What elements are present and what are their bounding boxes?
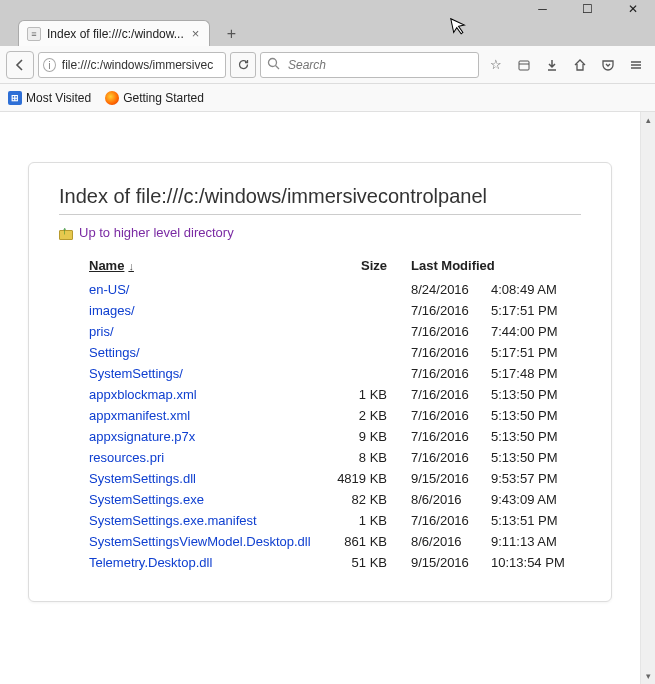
file-time: 5:17:51 PM (491, 342, 581, 363)
url-bar[interactable]: i (38, 52, 226, 78)
bookmark-label: Most Visited (26, 91, 91, 105)
table-row: resources.pri8 KB7/16/20165:13:50 PM (89, 447, 581, 468)
menu-icon[interactable] (623, 51, 649, 79)
minimize-button[interactable]: ─ (520, 0, 565, 18)
col-header-size[interactable]: Size (337, 254, 411, 279)
scroll-up-icon[interactable]: ▴ (641, 112, 655, 128)
search-bar[interactable] (260, 52, 479, 78)
file-link[interactable]: appxblockmap.xml (89, 387, 197, 402)
page-title: Index of file:///c:/windows/immersivecon… (59, 185, 581, 215)
file-size (337, 363, 411, 384)
file-size: 82 KB (337, 489, 411, 510)
new-tab-button[interactable]: + (218, 22, 244, 46)
file-link[interactable]: SystemSettings.exe (89, 492, 204, 507)
file-link[interactable]: SystemSettingsViewModel.Desktop.dll (89, 534, 311, 549)
file-date: 7/16/2016 (411, 363, 491, 384)
file-time: 7:44:00 PM (491, 321, 581, 342)
file-size: 1 KB (337, 510, 411, 531)
file-date: 7/16/2016 (411, 300, 491, 321)
home-icon[interactable] (567, 51, 593, 79)
scroll-down-icon[interactable]: ▾ (641, 668, 655, 684)
file-size: 861 KB (337, 531, 411, 552)
bookmark-most-visited[interactable]: ⊞ Most Visited (8, 91, 91, 105)
table-row: Settings/7/16/20165:17:51 PM (89, 342, 581, 363)
file-size (337, 342, 411, 363)
file-size: 1 KB (337, 384, 411, 405)
bookmark-getting-started[interactable]: Getting Started (105, 91, 204, 105)
table-row: SystemSettingsViewModel.Desktop.dll861 K… (89, 531, 581, 552)
file-size (337, 321, 411, 342)
file-size: 4819 KB (337, 468, 411, 489)
file-link[interactable]: Settings/ (89, 345, 140, 360)
bookmarks-bar: ⊞ Most Visited Getting Started (0, 84, 655, 112)
library-icon[interactable] (511, 51, 537, 79)
file-date: 8/6/2016 (411, 531, 491, 552)
tab-title: Index of file:///c:/window... (47, 27, 184, 41)
file-size: 8 KB (337, 447, 411, 468)
file-date: 7/16/2016 (411, 426, 491, 447)
file-link[interactable]: appxsignature.p7x (89, 429, 195, 444)
file-time: 5:17:48 PM (491, 363, 581, 384)
site-info-icon[interactable]: i (43, 58, 56, 72)
file-size: 9 KB (337, 426, 411, 447)
table-row: images/7/16/20165:17:51 PM (89, 300, 581, 321)
file-link[interactable]: appxmanifest.xml (89, 408, 190, 423)
table-row: SystemSettings/7/16/20165:17:48 PM (89, 363, 581, 384)
file-link[interactable]: pris/ (89, 324, 114, 339)
firefox-icon (105, 91, 119, 105)
table-row: pris/7/16/20167:44:00 PM (89, 321, 581, 342)
file-date: 7/16/2016 (411, 405, 491, 426)
svg-rect-2 (519, 61, 529, 70)
file-size (337, 300, 411, 321)
svg-line-1 (276, 65, 280, 69)
pocket-icon[interactable] (595, 51, 621, 79)
file-date: 7/16/2016 (411, 447, 491, 468)
vertical-scrollbar[interactable]: ▴ ▾ (640, 112, 655, 684)
col-header-name[interactable]: Name↓ (89, 254, 337, 279)
content-viewport: Index of file:///c:/windows/immersivecon… (0, 112, 655, 684)
tab-active[interactable]: ≡ Index of file:///c:/window... × (18, 20, 210, 46)
file-time: 4:08:49 AM (491, 279, 581, 300)
maximize-button[interactable]: ☐ (565, 0, 610, 18)
sort-arrow-icon: ↓ (128, 260, 134, 272)
url-input[interactable] (60, 57, 221, 73)
downloads-icon[interactable] (539, 51, 565, 79)
up-directory-link[interactable]: ↑ Up to higher level directory (59, 225, 581, 240)
file-size: 51 KB (337, 552, 411, 573)
col-header-modified[interactable]: Last Modified (411, 254, 581, 279)
most-visited-icon: ⊞ (8, 91, 22, 105)
table-row: SystemSettings.dll4819 KB9/15/20169:53:5… (89, 468, 581, 489)
file-size: 2 KB (337, 405, 411, 426)
up-directory-label[interactable]: Up to higher level directory (79, 225, 234, 240)
file-link[interactable]: SystemSettings/ (89, 366, 183, 381)
close-window-button[interactable]: ✕ (610, 0, 655, 18)
back-button[interactable] (6, 51, 34, 79)
file-table: Name↓ Size Last Modified en-US/8/24/2016… (89, 254, 581, 573)
window-titlebar: ─ ☐ ✕ (0, 0, 655, 18)
reload-button[interactable] (230, 52, 256, 78)
table-row: SystemSettings.exe.manifest1 KB7/16/2016… (89, 510, 581, 531)
file-link[interactable]: SystemSettings.exe.manifest (89, 513, 257, 528)
file-size (337, 279, 411, 300)
file-link[interactable]: SystemSettings.dll (89, 471, 196, 486)
tab-strip: ≡ Index of file:///c:/window... × + (0, 18, 655, 46)
file-time: 9:43:09 AM (491, 489, 581, 510)
file-date: 7/16/2016 (411, 342, 491, 363)
file-time: 5:13:50 PM (491, 426, 581, 447)
file-time: 5:13:51 PM (491, 510, 581, 531)
file-date: 8/6/2016 (411, 489, 491, 510)
file-link[interactable]: Telemetry.Desktop.dll (89, 555, 212, 570)
file-link[interactable]: images/ (89, 303, 135, 318)
directory-listing-page: Index of file:///c:/windows/immersivecon… (28, 162, 612, 602)
file-link[interactable]: resources.pri (89, 450, 164, 465)
file-time: 5:17:51 PM (491, 300, 581, 321)
file-time: 5:13:50 PM (491, 447, 581, 468)
table-row: appxmanifest.xml2 KB7/16/20165:13:50 PM (89, 405, 581, 426)
bookmark-star-icon[interactable]: ☆ (483, 51, 509, 79)
search-input[interactable] (286, 57, 472, 73)
file-link[interactable]: en-US/ (89, 282, 129, 297)
tab-close-icon[interactable]: × (190, 26, 202, 41)
file-time: 10:13:54 PM (491, 552, 581, 573)
table-row: Telemetry.Desktop.dll51 KB9/15/201610:13… (89, 552, 581, 573)
file-time: 9:11:13 AM (491, 531, 581, 552)
